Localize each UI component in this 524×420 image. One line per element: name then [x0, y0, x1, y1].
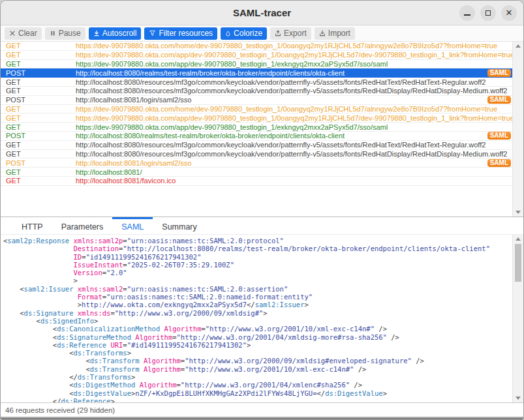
autoscroll-button[interactable]: Autoscroll — [89, 27, 142, 40]
request-url: http://localhost:8080/resources/mf3go/co… — [76, 141, 512, 149]
request-method: POST — [1, 159, 76, 167]
request-list-scrollbar[interactable] — [512, 42, 523, 217]
request-row[interactable]: POSThttp://localhost:8080/realms/test-re… — [1, 68, 512, 78]
saml-badge: SAML — [487, 159, 511, 167]
button-label: Filter resources — [159, 29, 213, 38]
export-button[interactable]: Export — [270, 27, 311, 40]
request-row[interactable]: GEThttps://dev-99079880.okta.com/home/de… — [1, 105, 512, 114]
xml-line: > — [3, 277, 512, 284]
import-button[interactable]: Import — [315, 27, 355, 40]
request-method: GET — [1, 123, 76, 131]
xml-line: <ds:CanonicalizationMethod Algorithm="ht… — [3, 325, 512, 333]
request-method: GET — [1, 168, 76, 176]
xml-line: Format="urn:oasis:names:tc:SAML:2.0:name… — [3, 293, 512, 301]
status-bar: 46 requests received (29 hidden) — [1, 402, 523, 417]
xml-line: <ds:Transforms> — [3, 349, 512, 357]
request-row[interactable]: GEThttps://dev-99079880.okta.com/app/dev… — [1, 60, 512, 69]
xml-line: <ds:Signature xmlns:ds="http://www.w3.or… — [3, 309, 512, 317]
request-row[interactable]: GEThttp://localhost:8081/ — [1, 168, 512, 177]
xml-line: <ds:SignatureMethod Algorithm="http://ww… — [3, 333, 512, 341]
minimize-button[interactable] — [459, 5, 475, 21]
xml-line: <saml2p:Response xmlns:saml2p="urn:oasis… — [3, 237, 512, 245]
scroll-down-arrow[interactable] — [516, 211, 521, 214]
pause-icon — [50, 30, 56, 37]
xml-line: <ds:DigestMethod Algorithm="http://www.w… — [3, 381, 512, 389]
request-list-panel: GEThttps://dev-99079880.okta.com/home/de… — [1, 42, 523, 217]
filter-resources-button[interactable]: Filter resources — [144, 27, 217, 40]
request-row[interactable]: GEThttps://dev-99079880.okta.com/home/de… — [1, 42, 512, 51]
request-row[interactable]: GEThttp://localhost:8081/favicon.ico — [1, 177, 512, 186]
xml-line: Version="2.0" — [3, 269, 512, 277]
xml-line: </ds:Reference> — [3, 397, 512, 402]
scrollbar-thumb[interactable] — [515, 244, 521, 282]
request-method: GET — [1, 105, 76, 113]
window-controls: ✕ — [459, 1, 517, 25]
request-url: https://dev-99079880.okta.com/app/dev-99… — [76, 123, 512, 131]
request-url: http://localhost:8080/resources/mf3go/co… — [76, 87, 512, 95]
request-url: http://localhost:8080/realms/test-realm/… — [76, 132, 487, 140]
window-bottom-frame — [1, 417, 523, 419]
request-row[interactable]: GEThttp://localhost:8080/resources/mf3go… — [1, 78, 512, 87]
request-url: http://localhost:8081/ — [76, 168, 512, 176]
request-row[interactable]: GEThttps://dev-99079880.okta.com/app/dev… — [1, 113, 512, 123]
saml-xml-view: <saml2p:Response xmlns:saml2p="urn:oasis… — [1, 235, 512, 402]
scroll-up-arrow[interactable] — [516, 44, 521, 48]
request-row[interactable]: GEThttps://dev-99079880.okta.com/app/dev… — [1, 123, 512, 132]
saml-badge: SAML — [487, 96, 511, 104]
request-list: GEThttps://dev-99079880.okta.com/home/de… — [1, 42, 512, 217]
button-label: Pause — [59, 29, 81, 38]
request-url: http://localhost:8081/login/saml2/sso — [76, 96, 487, 104]
request-method: POST — [1, 132, 76, 140]
request-row[interactable]: GEThttp://localhost:8080/resources/mf3go… — [1, 141, 512, 150]
xml-line: <ds:Transform Algorithm="http://www.w3.o… — [3, 365, 512, 373]
colorize-icon — [225, 30, 231, 37]
clear-button[interactable]: Clear — [5, 27, 42, 40]
request-row[interactable]: POSThttp://localhost:8081/login/saml2/ss… — [1, 96, 512, 105]
export-icon — [275, 30, 281, 37]
xml-line: Destination="http://localhost:8080/realm… — [3, 245, 512, 252]
request-url: http://localhost:8080/resources/mf3go/co… — [76, 78, 512, 86]
status-text: 46 requests received (29 hidden) — [5, 406, 115, 414]
xml-line: ID="id149111995241676217941302" — [3, 253, 512, 261]
minimize-icon — [464, 14, 470, 16]
scroll-up-arrow[interactable] — [516, 237, 521, 241]
request-row[interactable]: GEThttp://localhost:8080/resources/mf3go… — [1, 150, 512, 159]
tab-saml[interactable]: SAML — [112, 217, 153, 234]
request-method: POST — [1, 69, 76, 77]
colorize-button[interactable]: Colorize — [221, 27, 267, 40]
clear-icon — [9, 30, 16, 37]
request-row[interactable]: GEThttp://localhost:8080/resources/mf3go… — [1, 87, 512, 96]
button-label: Clear — [18, 29, 37, 38]
request-url: http://localhost:8080/realms/test-realm/… — [76, 69, 487, 77]
detail-scrollbar[interactable] — [512, 235, 523, 402]
request-url: http://localhost:8081/favicon.ico — [76, 177, 512, 185]
request-row[interactable]: GEThttps://dev-99079880.okta.com/app/dev… — [1, 51, 512, 60]
button-label: Autoscroll — [102, 29, 137, 38]
tab-summary[interactable]: Summary — [153, 217, 206, 234]
request-url: https://dev-99079880.okta.com/app/dev-99… — [76, 60, 512, 68]
tab-parameters[interactable]: Parameters — [52, 217, 113, 234]
request-url: https://dev-99079880.okta.com/home/dev-9… — [76, 105, 512, 113]
maximize-button[interactable] — [480, 5, 496, 21]
request-url: http://localhost:8081/login/saml2/sso — [76, 159, 487, 167]
request-row[interactable]: POSThttp://localhost:8080/realms/test-re… — [1, 132, 512, 141]
request-method: POST — [1, 96, 76, 104]
xml-line: <ds:SignedInfo> — [3, 317, 512, 325]
request-method: GET — [1, 150, 76, 158]
tab-http[interactable]: HTTP — [12, 217, 52, 234]
request-url: https://dev-99079880.okta.com/app/dev-99… — [76, 114, 512, 122]
request-method: GET — [1, 42, 76, 50]
close-button[interactable]: ✕ — [501, 5, 517, 21]
request-method: GET — [1, 177, 76, 185]
title-bar: SAML-tracer ✕ — [1, 1, 523, 25]
xml-line: IssueInstant="2025-02-26T07:35:29.100Z" — [3, 261, 512, 269]
button-label: Colorize — [234, 29, 262, 38]
xml-line: <ds:Transform Algorithm="http://www.w3.o… — [3, 357, 512, 365]
saml-badge: SAML — [487, 69, 511, 77]
toolbar: ClearPauseAutoscrollFilter resourcesColo… — [1, 25, 523, 42]
pause-button[interactable]: Pause — [45, 27, 85, 40]
scroll-down-arrow[interactable] — [516, 397, 521, 400]
button-label: Export — [284, 29, 307, 38]
request-row[interactable]: POSThttp://localhost:8081/login/saml2/ss… — [1, 158, 512, 168]
saml-badge: SAML — [487, 132, 511, 140]
